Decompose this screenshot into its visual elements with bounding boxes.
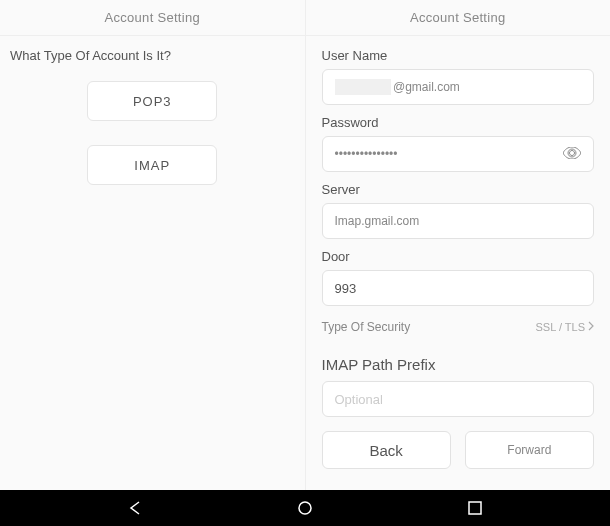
back-button[interactable]: Back: [322, 431, 451, 469]
left-header-title: Account Setting: [0, 0, 305, 36]
imap-button[interactable]: IMAP: [87, 145, 217, 185]
server-value: Imap.gmail.com: [335, 214, 582, 228]
security-value: SSL / TLS: [535, 321, 585, 333]
password-value: •••••••••••••••: [335, 147, 582, 161]
password-input[interactable]: •••••••••••••••: [322, 136, 595, 172]
pop3-button[interactable]: POP3: [87, 81, 217, 121]
svg-rect-1: [469, 502, 481, 514]
imap-prefix-placeholder: Optional: [335, 392, 383, 407]
server-label: Server: [322, 182, 595, 197]
svg-point-0: [299, 502, 311, 514]
nav-recent-icon[interactable]: [466, 499, 484, 517]
android-navbar: [0, 490, 610, 526]
back-label: Back: [369, 442, 402, 459]
imap-prefix-label: IMAP Path Prefix: [322, 356, 595, 373]
account-type-question: What Type Of Account Is It?: [8, 48, 297, 63]
nav-home-icon[interactable]: [296, 499, 314, 517]
pop3-label: POP3: [133, 94, 172, 109]
forward-label: Forward: [507, 443, 551, 457]
eye-icon[interactable]: [563, 145, 581, 163]
username-value: @gmail.com: [393, 80, 581, 94]
security-label: Type Of Security: [322, 320, 411, 334]
imap-label: IMAP: [134, 158, 170, 173]
username-redacted: [335, 79, 391, 95]
username-label: User Name: [322, 48, 595, 63]
password-label: Password: [322, 115, 595, 130]
door-value: 993: [335, 281, 582, 296]
security-row[interactable]: Type Of Security SSL / TLS: [322, 320, 595, 334]
door-label: Door: [322, 249, 595, 264]
right-header-title: Account Setting: [306, 0, 611, 36]
server-input[interactable]: Imap.gmail.com: [322, 203, 595, 239]
username-input[interactable]: @gmail.com: [322, 69, 595, 105]
chevron-right-icon: [588, 321, 594, 333]
imap-prefix-input[interactable]: Optional: [322, 381, 595, 417]
forward-button[interactable]: Forward: [465, 431, 594, 469]
nav-back-icon[interactable]: [126, 499, 144, 517]
door-input[interactable]: 993: [322, 270, 595, 306]
